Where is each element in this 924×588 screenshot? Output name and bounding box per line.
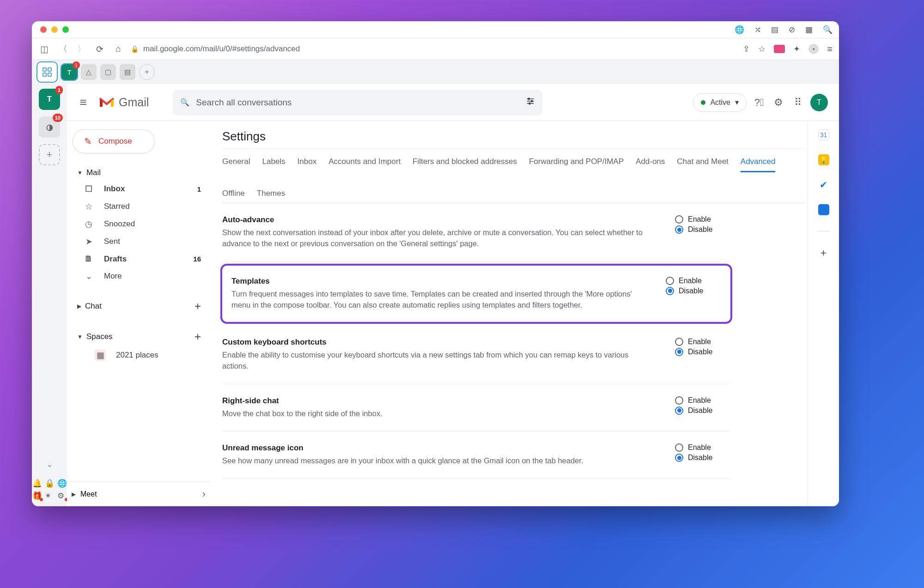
nav-back-button[interactable]: 〈 <box>57 43 69 55</box>
tab-filters-and-blocked-addresses[interactable]: Filters and blocked addresses <box>413 152 517 172</box>
svg-rect-1 <box>48 68 51 71</box>
tab-4[interactable]: ▤ <box>120 64 135 80</box>
share-icon[interactable]: ⇪ <box>743 44 750 54</box>
close-window-button[interactable] <box>40 26 47 33</box>
new-tab-button[interactable]: + <box>139 64 155 80</box>
space-item[interactable]: ▦ 2021 places <box>84 346 206 364</box>
nav-section-mail[interactable]: ▼ Mail <box>73 165 206 180</box>
settings-gear-icon[interactable]: ⚙ <box>772 97 785 109</box>
tab-general[interactable]: General <box>222 152 250 172</box>
browser-menu-icon[interactable]: ≡ <box>827 44 833 55</box>
tab-offline[interactable]: Offline <box>222 184 245 203</box>
add-workspace-button[interactable]: + <box>39 144 60 165</box>
tab-inbox[interactable]: Inbox <box>298 152 317 172</box>
profile-icon[interactable]: • <box>808 44 819 54</box>
nav-item-icon: 🗎 <box>84 254 94 264</box>
setting-description: See how many unread messages are in your… <box>222 455 647 467</box>
gear-rail-icon[interactable]: ⚙ <box>57 491 67 501</box>
minimize-window-button[interactable] <box>51 26 58 33</box>
globe-icon[interactable]: 🌐 <box>735 25 744 35</box>
bell-icon[interactable]: 🔔 <box>32 479 42 488</box>
gmail-logo[interactable]: Gmail <box>98 96 149 109</box>
search-input[interactable] <box>196 97 519 108</box>
bookmark-icon[interactable]: ☆ <box>758 44 766 54</box>
nav-section-meet[interactable]: ▶ Meet › <box>67 481 210 506</box>
url-display[interactable]: 🔒 mail.google.com/mail/u/0/#settings/adv… <box>131 44 300 54</box>
settings-panel: Settings GeneralLabelsInboxAccounts and … <box>210 121 808 506</box>
tasks-icon[interactable]: ✔ <box>818 179 829 190</box>
tab-1[interactable]: T1 <box>61 64 77 80</box>
disable-option[interactable]: Disable <box>666 287 721 295</box>
extension-badge[interactable] <box>774 45 785 53</box>
tab-accounts-and-import[interactable]: Accounts and Import <box>328 152 401 172</box>
enable-option[interactable]: Enable <box>675 215 730 224</box>
reload-button[interactable]: ⟳ <box>94 44 106 55</box>
nav-item-inbox[interactable]: ☐ Inbox 1 <box>73 180 206 198</box>
disable-option[interactable]: Disable <box>675 225 730 234</box>
nav-item-label: More <box>104 272 122 281</box>
nav-item-sent[interactable]: ➤ Sent <box>73 233 206 250</box>
enable-option[interactable]: Enable <box>675 443 730 452</box>
search-icon[interactable]: 🔍 <box>823 25 833 35</box>
tab-overview-button[interactable] <box>36 61 58 83</box>
tab-labels[interactable]: Labels <box>262 152 285 172</box>
contacts-icon[interactable]: 👤 <box>818 204 829 215</box>
gift-icon[interactable]: 🎁 <box>32 491 42 501</box>
maximize-window-button[interactable] <box>62 26 69 33</box>
nav-item-snoozed[interactable]: ◷ Snoozed <box>73 215 206 233</box>
search-options-icon[interactable] <box>526 97 535 108</box>
main-menu-button[interactable]: ≡ <box>73 95 93 109</box>
keep-icon[interactable]: 💡 <box>818 154 829 165</box>
setting-title: Custom keyboard shortcuts <box>222 338 647 347</box>
add-space-button[interactable]: + <box>195 330 201 343</box>
status-selector[interactable]: Active ▾ <box>693 93 747 112</box>
apps-grid-icon[interactable]: ⠿ <box>791 97 805 109</box>
compass-icon[interactable]: ⊘ <box>789 25 795 35</box>
tab-2[interactable]: △ <box>81 64 97 80</box>
disable-label: Disable <box>688 348 712 356</box>
enable-option[interactable]: Enable <box>675 338 730 346</box>
tab-advanced[interactable]: Advanced <box>741 152 776 172</box>
lock-rail-icon[interactable]: 🔒 <box>45 479 55 488</box>
add-chat-button[interactable]: + <box>195 300 201 313</box>
caret-right-icon: ▶ <box>72 491 76 497</box>
search-icon: 🔍 <box>180 98 189 107</box>
collapse-rail-icon[interactable]: ⌄ <box>46 459 53 469</box>
puzzle-icon[interactable]: ✴ <box>45 491 55 501</box>
list-icon[interactable]: ▤ <box>771 25 778 35</box>
tab-chat-and-meet[interactable]: Chat and Meet <box>677 152 729 172</box>
tab-forwarding-and-pop-imap[interactable]: Forwarding and POP/IMAP <box>529 152 624 172</box>
tab-3[interactable]: ▢ <box>100 64 116 80</box>
expand-side-panel-icon[interactable]: › <box>202 488 206 500</box>
account-avatar[interactable]: T <box>810 94 828 111</box>
nav-section-spaces[interactable]: ▼ Spaces + <box>73 327 206 346</box>
support-icon[interactable]: ?⃝ <box>752 97 766 109</box>
nav-item-starred[interactable]: ☆ Starred <box>73 198 206 215</box>
grid-icon[interactable]: ▦ <box>805 25 813 35</box>
enable-option[interactable]: Enable <box>675 396 730 405</box>
nav-section-chat[interactable]: ▶ Chat + <box>73 297 206 315</box>
setting-options: Enable Disable <box>666 277 721 311</box>
tab-add-ons[interactable]: Add-ons <box>636 152 665 172</box>
workspace-chip-2[interactable]: ◑10 <box>39 116 60 138</box>
shuffle-icon[interactable]: ⤭ <box>754 25 761 35</box>
setting-options: Enable Disable <box>675 443 730 467</box>
get-addons-button[interactable]: + <box>821 247 827 259</box>
compose-button[interactable]: ✎ Compose <box>73 129 155 153</box>
nav-item-drafts[interactable]: 🗎 Drafts 16 <box>73 250 206 267</box>
calendar-icon[interactable]: 31 <box>818 129 829 140</box>
tab-themes[interactable]: Themes <box>257 184 285 203</box>
extensions-icon[interactable]: ✦ <box>793 44 800 54</box>
enable-option[interactable]: Enable <box>666 277 721 285</box>
sidebar-toggle-icon[interactable]: ◫ <box>38 44 50 55</box>
nav-item-more[interactable]: ⌄ More <box>73 267 206 285</box>
disable-option[interactable]: Disable <box>675 348 730 356</box>
disable-option[interactable]: Disable <box>675 406 730 415</box>
disable-option[interactable]: Disable <box>675 454 730 462</box>
home-button[interactable]: ⌂ <box>112 44 124 54</box>
svg-point-7 <box>528 98 529 99</box>
search-bar[interactable]: 🔍 <box>173 90 542 115</box>
globe-rail-icon[interactable]: 🌐 <box>57 479 67 488</box>
workspace-chip-1[interactable]: T1 <box>39 89 60 110</box>
workspace-chip-2-badge: 10 <box>53 114 63 122</box>
